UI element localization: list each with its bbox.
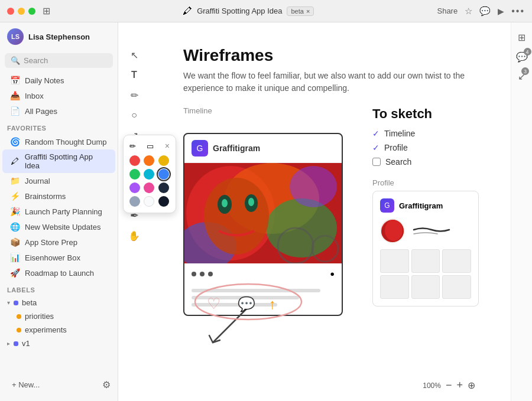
color-pink[interactable] xyxy=(144,182,154,193)
label-priorities[interactable]: priorities xyxy=(0,309,118,323)
profile-thumb-5 xyxy=(411,275,440,299)
collapse-badge: 3 xyxy=(521,67,529,75)
grid-icon-container[interactable]: ⊞ xyxy=(518,32,525,43)
color-orange[interactable] xyxy=(144,155,154,166)
graffiti-label: Graffiti Spotting App Idea xyxy=(25,152,108,170)
color-picker-header: ✏ ▭ × xyxy=(129,141,170,151)
content-header: Wireframes We want the flow to feel fami… xyxy=(183,46,475,94)
label-beta[interactable]: ▾ beta xyxy=(0,296,118,309)
sidebar-item-new-website[interactable]: 🌐 New Website Updates xyxy=(2,219,115,234)
star-icon[interactable]: ☆ xyxy=(465,6,472,17)
highlight-tool-icon[interactable]: ▭ xyxy=(147,142,154,151)
check-timeline-label: Timeline xyxy=(384,129,415,138)
sidebar-item-random-thought[interactable]: 🌀 Random Thought Dump xyxy=(2,134,115,149)
inbox-icon: 📥 xyxy=(9,91,20,100)
beta-badge[interactable]: beta × xyxy=(287,6,314,16)
svg-point-10 xyxy=(204,178,269,255)
hand-tool[interactable]: ✋ xyxy=(125,227,143,244)
color-purple[interactable] xyxy=(129,182,140,193)
check-search-empty xyxy=(372,158,381,166)
section-desc: We want the flow to feel familiar, but w… xyxy=(183,70,475,94)
eisenhower-label: Eisenhower Box xyxy=(25,253,80,262)
profile-image-grid xyxy=(380,249,471,299)
comment-badge: 4 xyxy=(524,48,531,56)
search-input[interactable]: 🔍 Search xyxy=(5,53,113,68)
minimize-button[interactable] xyxy=(18,8,25,15)
profile-wf-logo: G xyxy=(380,198,394,213)
new-website-label: New Website Updates xyxy=(25,223,100,232)
color-green[interactable] xyxy=(129,169,140,180)
main-area: ↖ T ✏ ○ ↗ 🖼 ⊡ ◎ ✒ ✋ ✏ ▭ × xyxy=(118,22,532,401)
page-icon: 🖍 xyxy=(183,6,192,17)
svg-point-7 xyxy=(266,198,337,257)
more-icon[interactable]: ••• xyxy=(511,6,525,17)
sidebar-user[interactable]: LS Lisa Stephenson xyxy=(0,22,118,51)
chat-icon[interactable]: 💬 xyxy=(479,6,491,17)
pencil-tool-icon[interactable]: ✏ xyxy=(129,142,136,151)
v1-dot xyxy=(14,341,18,346)
sidebar-item-launch-party[interactable]: 🎉 Launch Party Planning xyxy=(2,204,115,219)
priorities-dot xyxy=(17,314,21,319)
color-gray[interactable] xyxy=(129,196,140,207)
color-red[interactable] xyxy=(129,155,140,166)
sidebar-item-inbox[interactable]: 📥 Inbox xyxy=(2,88,115,103)
profile-wf-header: G Graffitigram xyxy=(380,198,471,213)
profile-thumb-3 xyxy=(442,249,471,273)
grid-icon: ⊞ xyxy=(518,32,525,43)
color-picker: ✏ ▭ × xyxy=(123,135,176,213)
sidebar-item-all-pages[interactable]: 📄 All Pages xyxy=(2,103,115,119)
sidebar-item-brainstorms[interactable]: ⚡ Brainstorms xyxy=(2,188,115,204)
profile-section-label: Profile xyxy=(372,178,479,187)
sidebar-item-roadmap[interactable]: 🚀 Roadmap to Launch xyxy=(2,265,115,281)
map-icon[interactable]: ⊕ xyxy=(468,380,475,391)
maximize-button[interactable] xyxy=(28,8,35,15)
svg-point-13 xyxy=(222,199,228,207)
check-profile-icon: ✓ xyxy=(372,143,379,152)
collapse-icon-container[interactable]: ↙ 3 xyxy=(518,71,525,82)
new-button[interactable]: + New... xyxy=(7,378,44,392)
color-dark[interactable] xyxy=(158,182,169,193)
wireframe-lines xyxy=(184,284,342,315)
label-v1[interactable]: ▸ v1 xyxy=(0,337,118,350)
color-black[interactable] xyxy=(158,196,169,207)
sidebar-item-eisenhower[interactable]: 📊 Eisenhower Box xyxy=(2,250,115,265)
sidebar-item-daily-notes[interactable]: 📅 Daily Notes xyxy=(2,73,115,88)
share-button[interactable]: Share xyxy=(437,6,458,15)
color-blue[interactable] xyxy=(158,169,169,180)
profile-app-name: Graffitigram xyxy=(399,201,443,210)
title-bar: ⊞ 🖍 Graffiti Spotting App Idea beta × Sh… xyxy=(0,0,532,22)
close-color-picker-icon[interactable]: × xyxy=(165,141,170,151)
check-profile-label: Profile xyxy=(384,143,408,152)
sidebar-item-journal[interactable]: 📁 Journal xyxy=(2,173,115,188)
timeline-label: Timeline xyxy=(183,106,343,115)
circle-tool[interactable]: ○ xyxy=(125,106,143,124)
sidebar-item-app-store[interactable]: 📦 App Store Prep xyxy=(2,234,115,250)
text-tool[interactable]: T xyxy=(125,66,143,84)
check-timeline-icon: ✓ xyxy=(372,129,379,138)
comment-icon-container[interactable]: 💬 4 xyxy=(516,51,528,63)
profile-section: Profile G Graffitigram xyxy=(372,178,479,307)
zoom-minus-button[interactable]: − xyxy=(446,379,452,392)
color-yellow[interactable] xyxy=(158,155,169,166)
zoom-plus-button[interactable]: + xyxy=(456,379,463,392)
main-content: ↖ T ✏ ○ ↗ 🖼 ⊡ ◎ ✒ ✋ ✏ ▭ × xyxy=(118,22,511,401)
label-experiments[interactable]: experiments xyxy=(0,323,118,337)
experiments-label: experiments xyxy=(25,325,67,334)
profile-info-lines xyxy=(411,224,471,238)
section-title: Wireframes xyxy=(183,46,475,65)
app-store-label: App Store Prep xyxy=(25,238,77,247)
color-cyan[interactable] xyxy=(144,169,154,180)
settings-icon[interactable]: ⚙ xyxy=(102,379,111,390)
profile-thumb-2 xyxy=(411,249,440,273)
play-icon[interactable]: ▶ xyxy=(498,6,504,16)
select-tool[interactable]: ↖ xyxy=(125,46,143,64)
user-name: Lisa Stephenson xyxy=(28,32,90,41)
experiments-dot xyxy=(17,328,21,332)
color-white[interactable] xyxy=(144,196,154,207)
wf-app-name: Graffitigram xyxy=(213,144,260,153)
sidebar-toggle[interactable]: ⊞ xyxy=(43,5,50,17)
title-bar-center: 🖍 Graffiti Spotting App Idea beta × xyxy=(60,6,437,17)
sidebar-item-graffiti[interactable]: 🖍 Graffiti Spotting App Idea xyxy=(2,149,115,173)
close-button[interactable] xyxy=(7,8,14,15)
pen-tool[interactable]: ✏ xyxy=(125,86,143,104)
